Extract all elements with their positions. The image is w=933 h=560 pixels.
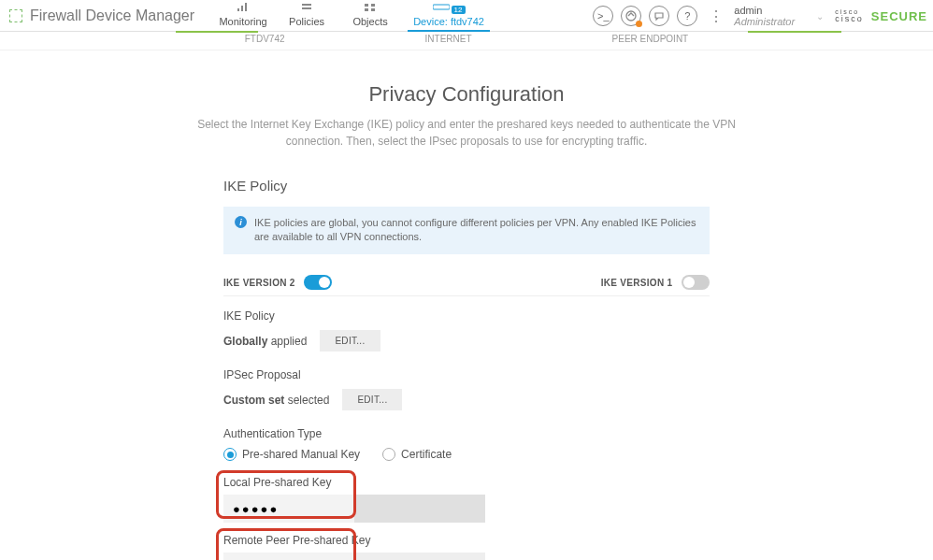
local-key-block: Local Pre-shared Key	[223, 476, 710, 523]
remote-key-block: Remote Peer Pre-shared Key	[223, 534, 710, 560]
step-peer: PEER ENDPOINT	[612, 34, 689, 44]
cli-icon[interactable]: >_	[593, 6, 613, 26]
objects-icon	[338, 3, 402, 14]
ike-v2-toggle[interactable]	[304, 275, 332, 290]
cisco-label: cisco	[835, 15, 864, 23]
nav-objects[interactable]: Objects	[338, 3, 402, 31]
svg-rect-6	[371, 4, 375, 7]
radio-dot-icon	[223, 448, 237, 461]
nav-policies[interactable]: Policies	[275, 3, 338, 31]
nav-monitoring-label: Monitoring	[219, 16, 266, 27]
svg-rect-2	[245, 3, 247, 11]
remote-key-input[interactable]	[223, 553, 354, 560]
nav-device-label: Device: ftdv742	[413, 16, 484, 27]
svg-rect-5	[365, 4, 368, 7]
radio-certificate-label: Certificate	[401, 448, 452, 461]
device-badge: 12	[452, 6, 466, 14]
nav-objects-label: Objects	[352, 16, 387, 27]
brand-icon	[9, 9, 22, 22]
top-bar: Firewall Device Manager Monitoring Polic…	[0, 0, 933, 32]
svg-rect-8	[371, 8, 375, 11]
top-nav: Monitoring Policies Objects 12 Device: f…	[211, 0, 495, 31]
topbar-right: >_ ? ⋮ admin Administrator ⌄ cisco cisco…	[593, 0, 933, 32]
policies-icon	[275, 3, 338, 14]
deploy-icon[interactable]	[621, 6, 641, 26]
svg-rect-3	[302, 4, 311, 6]
svg-rect-4	[302, 7, 311, 9]
secure-label: SECURE	[871, 9, 927, 23]
step-ftdv: FTDV742	[245, 34, 285, 44]
step-internet: INTERNET	[425, 34, 472, 44]
info-box: i IKE policies are global, you cannot co…	[223, 207, 710, 254]
help-icon[interactable]: ?	[677, 6, 697, 26]
auth-type-radios: Pre-shared Manual Key Certificate	[223, 448, 710, 461]
nav-monitoring[interactable]: Monitoring	[211, 3, 275, 31]
more-menu-icon[interactable]: ⋮	[705, 7, 726, 25]
ipsec-status: Custom set selected	[223, 394, 329, 407]
nav-policies-label: Policies	[289, 16, 324, 27]
ike-panel: IKE Policy i IKE policies are global, yo…	[223, 178, 710, 560]
local-key-input-ext	[354, 495, 485, 523]
brand-title: Firewall Device Manager	[30, 7, 194, 24]
info-text: IKE policies are global, you cannot conf…	[254, 216, 698, 245]
ike-policy-edit-button[interactable]: EDIT...	[320, 330, 380, 352]
svg-rect-1	[241, 6, 243, 11]
svg-rect-7	[365, 8, 368, 11]
svg-rect-0	[237, 8, 239, 11]
step-progress-indicator	[176, 31, 258, 33]
ike-v1-toggle[interactable]	[682, 275, 710, 290]
local-key-label: Local Pre-shared Key	[223, 476, 710, 489]
ike-v1-label: IKE VERSION 1	[601, 278, 673, 288]
radio-preshared-label: Pre-shared Manual Key	[242, 448, 360, 461]
svg-rect-9	[433, 5, 450, 9]
ipsec-edit-button[interactable]: EDIT...	[342, 389, 402, 410]
step-progress-indicator-right	[748, 31, 841, 33]
info-icon: i	[235, 216, 247, 228]
ike-policy-subhead: IKE Policy	[223, 309, 710, 323]
page-title: Privacy Configuration	[0, 82, 933, 107]
ike-v2-label: IKE VERSION 2	[223, 278, 295, 288]
remote-key-input-ext	[354, 553, 485, 560]
remote-key-label: Remote Peer Pre-shared Key	[223, 534, 710, 547]
monitoring-icon	[211, 3, 275, 14]
wizard-steps: FTDV742 INTERNET PEER ENDPOINT	[0, 32, 933, 50]
local-key-input[interactable]	[223, 495, 354, 523]
radio-dot-icon	[382, 448, 395, 461]
radio-preshared[interactable]: Pre-shared Manual Key	[223, 448, 360, 461]
ike-policy-status: Globally applied	[223, 335, 307, 348]
panel-heading: IKE Policy	[223, 178, 710, 194]
user-menu[interactable]: admin Administrator	[734, 5, 809, 27]
user-role: Administrator	[734, 16, 809, 27]
chevron-down-icon: ⌄	[816, 11, 824, 22]
page-subtitle: Select the Internet Key Exchange (IKE) p…	[167, 116, 766, 150]
chat-icon[interactable]	[649, 6, 669, 26]
device-icon: 12	[402, 3, 495, 14]
ipsec-subhead: IPSec Proposal	[223, 368, 710, 381]
ike-version-row: IKE VERSION 2 IKE VERSION 1	[223, 275, 710, 297]
page-body: Privacy Configuration Select the Interne…	[0, 50, 933, 560]
ipsec-row: Custom set selected EDIT...	[223, 389, 710, 410]
auth-type-label: Authentication Type	[223, 427, 710, 440]
ike-policy-row: Globally applied EDIT...	[223, 330, 710, 352]
user-name: admin	[734, 5, 809, 16]
radio-certificate[interactable]: Certificate	[382, 448, 452, 461]
nav-device[interactable]: 12 Device: ftdv742	[402, 3, 495, 31]
